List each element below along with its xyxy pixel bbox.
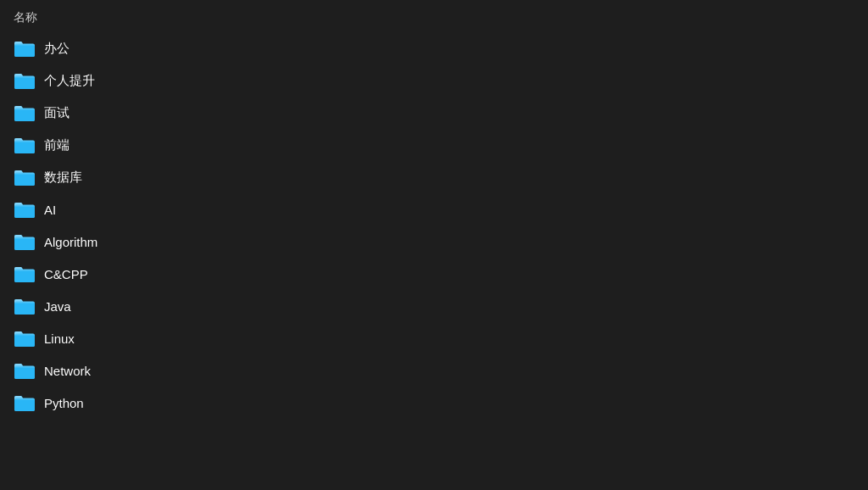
- file-list: 办公 个人提升 面试 前端 数据库: [0, 32, 868, 490]
- folder-item[interactable]: 数据库: [3, 161, 865, 193]
- folder-name: Algorithm: [44, 235, 97, 249]
- folder-icon: [14, 168, 36, 187]
- folder-item[interactable]: Algorithm: [3, 226, 865, 258]
- name-column-label: 名称: [14, 10, 37, 24]
- folder-name: AI: [44, 203, 56, 217]
- column-header: 名称: [0, 0, 868, 32]
- folder-icon: [14, 232, 36, 251]
- folder-icon: [14, 329, 36, 348]
- folder-item[interactable]: Python: [3, 387, 865, 419]
- folder-name: 前端: [44, 137, 70, 153]
- folder-icon: [14, 264, 36, 283]
- folder-item[interactable]: Linux: [3, 322, 865, 354]
- folder-item[interactable]: 前端: [3, 129, 865, 161]
- folder-icon: [14, 103, 36, 122]
- folder-icon: [14, 200, 36, 219]
- folder-item[interactable]: 面试: [3, 97, 865, 129]
- folder-name: Python: [44, 396, 84, 410]
- folder-name: 办公: [44, 41, 70, 57]
- folder-item[interactable]: 办公: [3, 32, 865, 64]
- folder-name: 个人提升: [44, 73, 95, 89]
- folder-item[interactable]: Java: [3, 290, 865, 322]
- folder-name: Network: [44, 364, 91, 378]
- file-manager: 名称 办公 个人提升 面试: [0, 0, 868, 490]
- folder-item[interactable]: AI: [3, 193, 865, 226]
- folder-name: 面试: [44, 105, 70, 121]
- folder-icon: [14, 71, 36, 90]
- folder-item[interactable]: Network: [3, 354, 865, 387]
- folder-icon: [14, 393, 36, 412]
- folder-name: C&CPP: [44, 267, 88, 281]
- folder-icon: [14, 39, 36, 58]
- folder-name: Java: [44, 299, 71, 314]
- folder-icon: [14, 297, 36, 315]
- folder-item[interactable]: C&CPP: [3, 258, 865, 290]
- folder-name: 数据库: [44, 170, 82, 186]
- folder-icon: [14, 136, 36, 154]
- folder-item[interactable]: 个人提升: [3, 64, 865, 97]
- folder-name: Linux: [44, 331, 75, 346]
- folder-icon: [14, 361, 36, 380]
